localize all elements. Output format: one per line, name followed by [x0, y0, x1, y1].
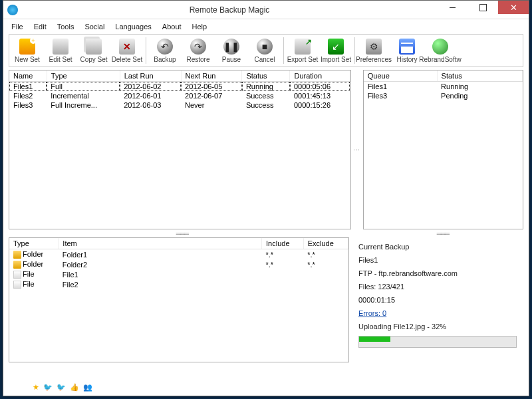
col-status[interactable]: Status	[242, 70, 290, 82]
table-row[interactable]: Files2Incremental2012-06-012012-06-07Suc…	[9, 91, 350, 100]
splitter-horizontal-right[interactable]: ═══	[362, 229, 523, 237]
importset-button[interactable]: Import Set	[319, 35, 352, 66]
cell: Folder	[9, 249, 59, 260]
cell: Folder2	[59, 259, 262, 269]
close-button[interactable]: ✕	[498, 1, 529, 14]
app-icon	[7, 5, 18, 15]
col-type[interactable]: Type	[9, 238, 59, 249]
pause-label: Pause	[222, 56, 241, 63]
cell: File2	[59, 279, 262, 289]
cell: 0000:05:06	[290, 82, 350, 92]
newset-label: New Set	[15, 56, 40, 63]
cell	[262, 279, 304, 289]
cell: 0001:45:13	[290, 91, 350, 100]
folder-icon	[13, 251, 21, 259]
menu-help[interactable]: Help	[187, 21, 213, 33]
col-next-run[interactable]: Next Run	[181, 70, 242, 82]
backup-label: Backup	[154, 56, 176, 63]
file-icon	[13, 281, 21, 289]
splitter-horizontal-left[interactable]: ═══	[9, 229, 355, 237]
current-file-count: Files: 123/421	[358, 283, 517, 291]
app-window: Remote Backup Magic ✕ FileEditToolsSocia…	[3, 0, 529, 396]
cancel-button[interactable]: ■Cancel	[248, 35, 281, 66]
rebrand-button[interactable]: RebrandSoftw	[424, 35, 457, 66]
maximize-button[interactable]	[467, 1, 498, 14]
progress-bar	[358, 336, 517, 348]
twitter-icon-2[interactable]: 🐦	[57, 383, 66, 392]
deleteset-button[interactable]: Delete Set	[110, 35, 144, 66]
main-content: NameTypeLast RunNext RunStatusDurationFi…	[9, 70, 523, 229]
minimize-button[interactable]	[437, 1, 467, 14]
col-name[interactable]: Name	[9, 70, 47, 82]
table-row[interactable]: FolderFolder1*.**.*	[9, 249, 348, 260]
cancel-icon: ■	[257, 39, 273, 55]
cell: Success	[242, 91, 290, 100]
table-row[interactable]: Files3Pending	[364, 91, 523, 100]
table-row[interactable]: FolderFolder2*.**.*	[9, 259, 348, 269]
col-duration[interactable]: Duration	[290, 70, 350, 82]
importset-label: Import Set	[321, 56, 351, 63]
lower-panes: TypeItemIncludeExcludeFolderFolder1*.**.…	[9, 237, 523, 362]
pause-icon: ❚❚	[223, 39, 239, 55]
preferences-icon	[366, 39, 382, 55]
exportset-button[interactable]: Export Set	[286, 35, 319, 66]
cell: 2012-06-01	[120, 91, 181, 100]
cell: Files3	[9, 100, 47, 110]
editset-button[interactable]: Edit Set	[44, 35, 77, 66]
preferences-label: Preferences	[356, 56, 392, 63]
twitter-icon[interactable]: 🐦	[43, 383, 53, 392]
col-item[interactable]: Item	[59, 238, 262, 249]
col-last-run[interactable]: Last Run	[120, 70, 181, 82]
menu-edit[interactable]: Edit	[29, 21, 52, 33]
exportset-label: Export Set	[287, 56, 319, 63]
favorite-icon[interactable]: ★	[33, 383, 39, 392]
users-icon[interactable]: 👥	[83, 383, 92, 392]
restore-button[interactable]: ↷Restore	[182, 35, 215, 66]
menu-about[interactable]: About	[157, 21, 187, 33]
cancel-label: Cancel	[254, 56, 275, 63]
cell: 2012-06-03	[120, 100, 181, 110]
rebrand-icon	[432, 39, 448, 55]
deleteset-icon	[119, 39, 135, 55]
cell: *.*	[303, 259, 348, 269]
like-icon[interactable]: 👍	[70, 383, 79, 392]
table-row[interactable]: Files3Full Increme...2012-06-03NeverSucc…	[9, 100, 350, 110]
cell: Files1	[9, 82, 47, 92]
table-row[interactable]: Files1Full2012-06-022012-06-05Running000…	[9, 82, 350, 92]
detail-pane[interactable]: TypeItemIncludeExcludeFolderFolder1*.**.…	[9, 237, 349, 362]
preferences-button[interactable]: Preferences	[357, 35, 390, 66]
sets-pane[interactable]: NameTypeLast RunNext RunStatusDurationFi…	[9, 70, 351, 229]
rebrand-label: RebrandSoftw	[419, 56, 461, 63]
copyset-button[interactable]: Copy Set	[77, 35, 110, 66]
errors-link[interactable]: Errors: 0	[358, 309, 386, 317]
current-backup-title: Current Backup	[358, 243, 517, 251]
table-row[interactable]: FileFile2	[9, 279, 348, 289]
backup-button[interactable]: ↶Backup	[148, 35, 182, 66]
cell: Running	[242, 82, 290, 92]
splitter-vertical[interactable]: ⋮	[354, 70, 360, 229]
deleteset-label: Delete Set	[112, 56, 143, 63]
table-row[interactable]: FileFile1	[9, 269, 348, 279]
current-backup-panel: Current Backup Files1 FTP - ftp.rebrands…	[352, 237, 523, 362]
col-include[interactable]: Include	[262, 238, 304, 249]
cell: *.*	[262, 249, 304, 260]
menu-tools[interactable]: Tools	[52, 21, 80, 33]
menu-social[interactable]: Social	[79, 21, 110, 33]
cell: *.*	[303, 249, 348, 260]
newset-button[interactable]: New Set	[11, 35, 44, 66]
cell: Incremental	[47, 91, 120, 100]
col-exclude[interactable]: Exclude	[303, 238, 348, 249]
col-queue[interactable]: Queue	[364, 70, 437, 82]
cell: Pending	[437, 91, 522, 100]
cell: Files1	[364, 82, 437, 92]
cell: 2012-06-02	[120, 82, 181, 92]
col-status[interactable]: Status	[437, 70, 522, 82]
table-row[interactable]: Files1Running	[364, 82, 523, 92]
queue-pane[interactable]: QueueStatusFiles1RunningFiles3Pending	[363, 70, 523, 229]
menu-file[interactable]: File	[6, 21, 29, 33]
menu-languages[interactable]: Languages	[110, 21, 156, 33]
window-title: Remote Backup Magic	[22, 5, 437, 15]
pause-button[interactable]: ❚❚Pause	[215, 35, 248, 66]
cell: File1	[59, 269, 262, 279]
col-type[interactable]: Type	[47, 70, 120, 82]
